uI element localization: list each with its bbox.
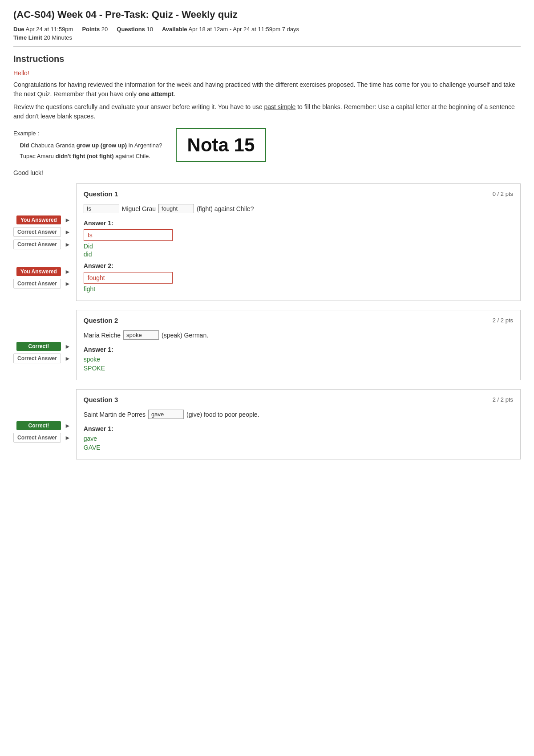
meta-row: Due Apr 24 at 11:59pm Points 20 Question… — [13, 26, 521, 33]
question-3-title: Question 3 — [84, 396, 118, 403]
question-3-sentence: Saint Martin de Porres gave (give) food … — [84, 410, 513, 419]
q2-a1-correct-answer-label: Correct Answer ► — [13, 354, 73, 363]
badge-correct-answer-4: Correct Answer — [13, 354, 61, 363]
q3-a1-user-value: gave — [84, 435, 97, 442]
q1-a1-correct-value-1: Did — [84, 243, 93, 250]
question-2-title: Question 2 — [84, 317, 118, 324]
q3-text-1: Saint Martin de Porres — [84, 411, 146, 418]
example-line-1: Did Chabuca Granda grow up (grow up) in … — [13, 140, 162, 150]
arrow-icon: ► — [65, 241, 71, 248]
q3-blank1-display: gave — [148, 410, 184, 419]
q1-a2-user-value: fought — [84, 272, 173, 284]
question-3-wrapper: Correct! ► Correct Answer ► Question 3 2… — [13, 389, 521, 459]
q1-a2-correct-answer-label: Correct Answer ► — [13, 279, 73, 289]
q1-a1-correct-answer-label-2: Correct Answer ► — [13, 240, 73, 249]
question-1-title: Question 1 — [84, 190, 118, 198]
page-title: (AC-S04) Week 04 - Pre-Task: Quiz - Week… — [13, 9, 521, 20]
question-1-sentence: Is Miguel Grau fought (fight) against Ch… — [84, 204, 513, 213]
badge-correct-1: Correct! — [16, 342, 61, 351]
q1-blank2-display: fought — [158, 204, 194, 213]
q1-answer1-label: Answer 1: — [84, 219, 513, 227]
question-2-pts: 2 / 2 pts — [493, 317, 513, 324]
question-3-pts: 2 / 2 pts — [493, 396, 513, 403]
q3-a1-correct-label: Correct! ► — [16, 421, 73, 430]
question-1-header: Question 1 0 / 2 pts — [84, 190, 513, 198]
q1-a1-correct-value-2: did — [84, 251, 92, 258]
badge-you-answered-2: You Answered — [16, 267, 61, 276]
badge-correct-answer-1: Correct Answer — [13, 227, 61, 237]
instructions-title: Instructions — [13, 54, 521, 64]
meta-timelimit: Time Limit 20 Minutes — [13, 34, 72, 41]
q2-answer1-label: Answer 1: — [84, 346, 513, 353]
q1-a1-you-answered-label: You Answered ► — [16, 215, 73, 224]
question-2-sentence: María Reiche spoke (speak) German. — [84, 330, 513, 340]
arrow-icon: ► — [65, 268, 71, 275]
example-label: Example : — [13, 128, 162, 138]
q3-text-2: (give) food to poor people. — [186, 411, 259, 418]
good-luck: Good luck! — [13, 169, 521, 176]
badge-correct-answer-3: Correct Answer — [13, 279, 61, 289]
badge-correct-answer-5: Correct Answer — [13, 433, 61, 443]
arrow-icon: ► — [65, 280, 71, 287]
q2-text-2: (speak) German. — [162, 332, 208, 339]
meta-questions: Questions 10 — [117, 26, 153, 33]
q1-blank1-input[interactable]: Is — [84, 204, 119, 213]
q1-answer2-label: Answer 2: — [84, 262, 513, 269]
divider — [13, 46, 521, 47]
q2-blank1-display: spoke — [123, 330, 159, 340]
q1-text-2: (fight) against Chile? — [197, 205, 254, 212]
meta-available: Available Apr 18 at 12am - Apr 24 at 11:… — [162, 26, 299, 33]
q3-a1-correct-value: GAVE — [84, 444, 101, 451]
example-line-2: Tupac Amaru didn't fight (not fight) aga… — [13, 151, 162, 161]
question-2-wrapper: Correct! ► Correct Answer ► Question 2 2… — [13, 310, 521, 380]
nota-box: Nota 15 — [176, 128, 267, 162]
question-1-box: Question 1 0 / 2 pts Is Miguel Grau foug… — [76, 183, 521, 301]
arrow-icon: ► — [65, 343, 71, 350]
q1-a2-you-answered-label: You Answered ► — [16, 267, 73, 276]
intro-para-1: Congratulations for having reviewed the … — [13, 80, 521, 99]
example-left: Example : Did Chabuca Granda grow up (gr… — [13, 128, 162, 161]
question-3-header: Question 3 2 / 2 pts — [84, 396, 513, 403]
q1-a2-correct-value: fight — [84, 285, 95, 293]
q2-a1-correct-value: SPOKE — [84, 365, 105, 372]
meta-due: Due Apr 24 at 11:59pm — [13, 26, 73, 33]
q3-a1-correct-answer-label: Correct Answer ► — [13, 433, 73, 443]
arrow-icon: ► — [65, 228, 71, 236]
arrow-icon: ► — [65, 434, 71, 441]
question-2-box: Question 2 2 / 2 pts María Reiche spoke … — [76, 310, 521, 380]
q2-a1-correct-label: Correct! ► — [16, 342, 73, 351]
arrow-icon: ► — [65, 216, 71, 224]
badge-you-answered-1: You Answered — [16, 215, 61, 224]
q2-a1-user-value: spoke — [84, 356, 100, 363]
q1-text-1: Miguel Grau — [122, 205, 156, 212]
q1-a1-user-value: Is — [84, 229, 173, 241]
question-1-pts: 0 / 2 pts — [493, 191, 513, 197]
question-3-box: Question 3 2 / 2 pts Saint Martin de Por… — [76, 389, 521, 459]
q1-a1-correct-answer-label-1: Correct Answer ► — [13, 227, 73, 237]
meta-timelimit-row: Time Limit 20 Minutes — [13, 34, 521, 41]
q2-text-1: María Reiche — [84, 332, 121, 339]
meta-points: Points 20 — [82, 26, 108, 33]
badge-correct-2: Correct! — [16, 421, 61, 430]
arrow-icon: ► — [65, 355, 71, 362]
intro-para-2: Review the questions carefully and evalu… — [13, 102, 521, 121]
question-1-wrapper: You Answered ► Correct Answer ► Correct … — [13, 183, 521, 301]
q3-answer1-label: Answer 1: — [84, 425, 513, 432]
arrow-icon: ► — [65, 422, 71, 429]
question-2-header: Question 2 2 / 2 pts — [84, 317, 513, 324]
example-section: Example : Did Chabuca Granda grow up (gr… — [13, 128, 521, 162]
hello-text: Hello! — [13, 69, 521, 77]
badge-correct-answer-2: Correct Answer — [13, 240, 61, 249]
